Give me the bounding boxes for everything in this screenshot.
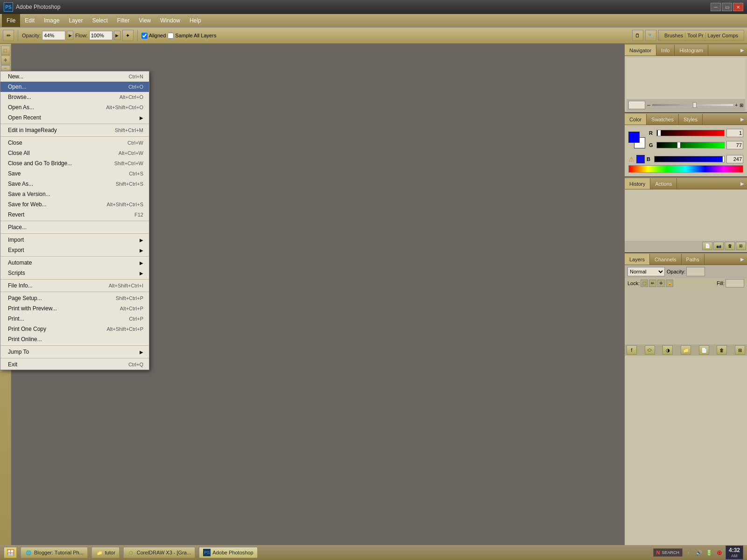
- menu-filter[interactable]: Filter: [113, 14, 134, 27]
- menu-close-all[interactable]: Close All Alt+Ctrl+W: [0, 148, 149, 158]
- color-tab[interactable]: Color: [625, 114, 647, 125]
- taskbar-tutor[interactable]: 📁 tutor: [92, 547, 120, 558]
- tool-presets-tab[interactable]: Tool Pr: [685, 33, 705, 38]
- info-tab[interactable]: Info: [656, 45, 675, 56]
- selection-tool[interactable]: ⬚: [1, 46, 10, 55]
- navigator-panel-expand[interactable]: ▶: [738, 45, 747, 56]
- menu-view[interactable]: View: [134, 14, 155, 27]
- sample-all-check[interactable]: [168, 33, 174, 39]
- menu-print-online[interactable]: Print Online...: [0, 334, 149, 344]
- aligned-check[interactable]: [141, 33, 148, 39]
- menu-file[interactable]: File: [2, 14, 20, 27]
- menu-place[interactable]: Place...: [0, 222, 149, 232]
- layers-panel-expand[interactable]: ▶: [738, 254, 747, 265]
- g-input[interactable]: [726, 141, 743, 149]
- menu-automate[interactable]: Automate ▶: [0, 258, 149, 268]
- nav-zoom-out[interactable]: ─: [647, 103, 650, 108]
- fill-input[interactable]: [726, 279, 744, 287]
- menu-print-one-copy[interactable]: Print One Copy Alt+Shift+Ctrl+P: [0, 324, 149, 334]
- layer-mask-btn[interactable]: ⬭: [645, 345, 655, 355]
- minimize-button[interactable]: ─: [711, 3, 721, 11]
- actions-tab[interactable]: Actions: [650, 178, 677, 189]
- swatches-tab[interactable]: Swatches: [647, 114, 679, 125]
- blend-mode-select[interactable]: Normal Dissolve Multiply: [627, 267, 665, 276]
- clock-display[interactable]: 4:32 AM: [726, 546, 743, 560]
- move-tool[interactable]: ✛: [1, 56, 10, 65]
- brushes-tab[interactable]: Brushes: [662, 33, 685, 38]
- history-expand-btn[interactable]: ⊞: [736, 242, 746, 250]
- menu-print-preview[interactable]: Print with Preview... Alt+Ctrl+P: [0, 303, 149, 314]
- layers-expand-btn[interactable]: ⊞: [735, 345, 745, 355]
- nav-zoom-input[interactable]: [628, 101, 645, 109]
- b-input[interactable]: [726, 155, 743, 163]
- opacity-input[interactable]: [42, 31, 65, 40]
- tool-preset-btn[interactable]: 🔧: [645, 30, 656, 41]
- menu-close-bridge[interactable]: Close and Go To Bridge... Shift+Ctrl+W: [0, 158, 149, 168]
- paths-tab[interactable]: Paths: [682, 254, 705, 265]
- taskbar-start[interactable]: 🪟: [4, 547, 17, 558]
- layers-tab[interactable]: Layers: [625, 254, 650, 265]
- menu-open-recent[interactable]: Open Recent ▶: [0, 112, 149, 123]
- menu-save-version[interactable]: Save a Version...: [0, 189, 149, 199]
- opacity-arrow[interactable]: ▶: [67, 31, 73, 40]
- menu-import[interactable]: Import ▶: [0, 235, 149, 245]
- layer-delete-btn[interactable]: 🗑: [717, 345, 727, 355]
- nav-full-view[interactable]: ⊞: [740, 103, 743, 108]
- tray-antivirus[interactable]: ⊕: [715, 548, 724, 557]
- g-slider-track[interactable]: [656, 142, 725, 148]
- history-tab[interactable]: History: [625, 178, 650, 189]
- menu-page-setup[interactable]: Page Setup... Shift+Ctrl+P: [0, 293, 149, 303]
- b-slider-thumb[interactable]: [722, 156, 725, 162]
- menu-layer[interactable]: Layer: [64, 14, 87, 27]
- menu-select[interactable]: Select: [87, 14, 112, 27]
- menu-new[interactable]: New... Ctrl+N: [0, 71, 149, 82]
- layer-group-btn[interactable]: 📁: [681, 345, 691, 355]
- layer-comps-tab[interactable]: Layer Comps: [706, 33, 740, 38]
- history-panel-expand[interactable]: ▶: [738, 178, 747, 189]
- sample-all-checkbox[interactable]: Sample All Layers: [168, 33, 216, 39]
- menu-image[interactable]: Image: [39, 14, 64, 27]
- menu-jump-to[interactable]: Jump To ▶: [0, 347, 149, 357]
- menu-export[interactable]: Export ▶: [0, 245, 149, 255]
- flow-input[interactable]: [89, 31, 113, 40]
- r-slider-thumb[interactable]: [657, 130, 661, 136]
- color-panel-expand[interactable]: ▶: [738, 114, 747, 125]
- r-slider-track[interactable]: [656, 130, 725, 136]
- nav-zoom-in[interactable]: +: [735, 103, 738, 108]
- history-new-btn[interactable]: 📄: [702, 242, 712, 250]
- styles-tab[interactable]: Styles: [679, 114, 703, 125]
- menu-open[interactable]: Open... Ctrl+O: [0, 82, 149, 92]
- menu-save-web[interactable]: Save for Web... Alt+Shift+Ctrl+S: [0, 199, 149, 210]
- lock-transparency-btn[interactable]: ⬚: [641, 280, 648, 287]
- taskbar-coreldraw[interactable]: ⬡ CorelDRAW X3 - [Gra...: [123, 547, 195, 558]
- tool-icon[interactable]: ✏: [3, 30, 14, 41]
- menu-edit-imageready[interactable]: Edit in ImageReady Shift+Ctrl+M: [0, 125, 149, 135]
- menu-print[interactable]: Print... Ctrl+P: [0, 314, 149, 324]
- aligned-checkbox[interactable]: Aligned: [141, 33, 166, 39]
- menu-window[interactable]: Window: [155, 14, 185, 27]
- history-delete-btn[interactable]: 🗑: [725, 242, 735, 250]
- menu-scripts[interactable]: Scripts ▶: [0, 268, 149, 278]
- layers-opacity-input[interactable]: [686, 267, 705, 276]
- tray-battery[interactable]: 🔋: [705, 548, 713, 557]
- histogram-tab[interactable]: Histogram: [675, 45, 708, 56]
- g-slider-thumb[interactable]: [677, 142, 681, 148]
- layer-styles-btn[interactable]: f: [627, 345, 637, 355]
- lock-all-btn[interactable]: 🔒: [666, 280, 673, 287]
- menu-help[interactable]: Help: [185, 14, 206, 27]
- menu-close[interactable]: Close Ctrl+W: [0, 138, 149, 148]
- lock-image-btn[interactable]: ✏: [649, 280, 656, 287]
- menu-edit[interactable]: Edit: [20, 14, 39, 27]
- r-input[interactable]: [726, 129, 743, 137]
- restore-button[interactable]: ▭: [722, 3, 732, 11]
- menu-save-as[interactable]: Save As... Shift+Ctrl+S: [0, 179, 149, 189]
- tray-sound[interactable]: 🔊: [695, 548, 703, 557]
- channels-tab[interactable]: Channels: [650, 254, 681, 265]
- title-bar-controls[interactable]: ─ ▭ ✕: [711, 3, 743, 11]
- airbrush-button[interactable]: ✦: [122, 30, 134, 41]
- layer-adjustment-btn[interactable]: ◑: [662, 345, 673, 355]
- menu-browse[interactable]: Browse... Alt+Ctrl+O: [0, 92, 149, 102]
- color-spectrum[interactable]: [628, 165, 743, 173]
- flow-arrow[interactable]: ▶: [114, 31, 120, 40]
- menu-file-info[interactable]: File Info... Alt+Shift+Ctrl+I: [0, 280, 149, 291]
